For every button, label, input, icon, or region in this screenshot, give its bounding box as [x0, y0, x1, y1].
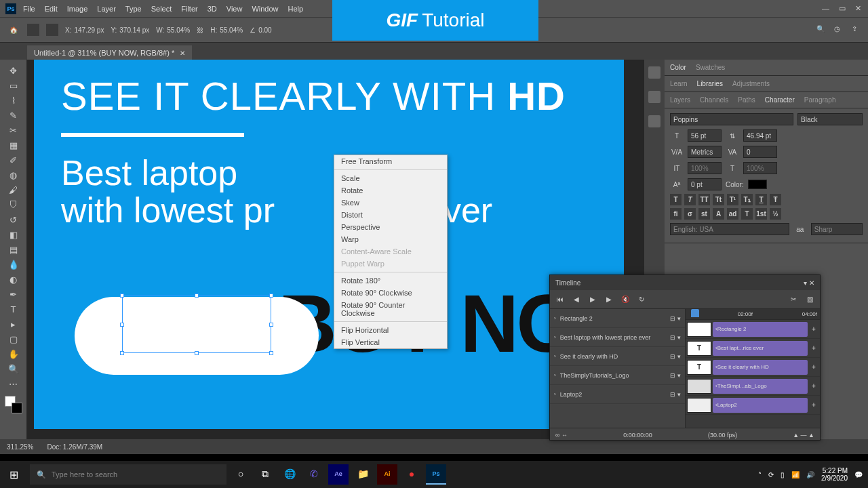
track-see-clearly[interactable]: ›See it clearly with HD⊟ ▾ [550, 347, 685, 366]
stylistic-button[interactable]: ad [727, 208, 738, 220]
mute-icon[interactable]: 🔇 [620, 295, 630, 304]
discretionary-button[interactable]: st [698, 208, 710, 220]
titling-button[interactable]: T [741, 208, 753, 220]
tab-layers[interactable]: Layers [670, 96, 690, 104]
taskbar-search[interactable]: 🔍 Type here to search [30, 464, 226, 485]
add-clip-5[interactable]: + [809, 401, 818, 409]
chrome-icon[interactable]: 🌐 [279, 464, 300, 485]
menu-3d[interactable]: 3D [208, 5, 217, 13]
link-icon[interactable]: ⛓ [197, 26, 203, 34]
fraction-button[interactable]: ½ [770, 208, 781, 220]
type-tool[interactable]: T [5, 302, 22, 317]
add-clip-1[interactable]: + [809, 325, 818, 333]
marquee-tool[interactable]: ▭ [5, 79, 22, 93]
background-color[interactable] [12, 403, 22, 413]
text-color-swatch[interactable] [748, 180, 767, 189]
menu-help[interactable]: Help [288, 5, 304, 13]
history-brush-tool[interactable]: ↺ [5, 213, 22, 227]
photoshop-icon[interactable]: Ps [426, 464, 446, 485]
prev-frame-icon[interactable]: ◀ [572, 295, 581, 304]
ctx-skew[interactable]: Skew [334, 197, 447, 209]
allcaps-button[interactable]: TT [698, 194, 710, 205]
healing-tool[interactable]: ◍ [5, 168, 22, 182]
ctx-rotate-90-ccw[interactable]: Rotate 90° Counter Clockwise [334, 299, 447, 319]
language-dropdown[interactable]: English: USA [670, 223, 789, 235]
leading-input[interactable]: 46.94 pt [743, 129, 777, 142]
document-tab[interactable]: Untitled-1 @ 311% (BUY NOW, RGB/8#) * ✕ [27, 45, 192, 60]
x-value[interactable]: 147.29 px [74, 26, 104, 34]
tray-wifi-icon[interactable]: 📶 [791, 471, 800, 479]
timeline-header[interactable]: Timeline ▾ ✕ [550, 275, 820, 290]
tab-character[interactable]: Character [765, 96, 795, 104]
edit-toolbar-icon[interactable]: ⋯ [5, 377, 22, 391]
dodge-tool[interactable]: ◐ [5, 272, 22, 287]
doc-size-readout[interactable]: Doc: 1.26M/7.39M [47, 443, 102, 451]
next-frame-icon[interactable]: ▶ [604, 295, 614, 304]
clip-logo[interactable]: › TheSimpl...als_Logo [713, 379, 808, 394]
explorer-icon[interactable]: 📁 [353, 464, 373, 485]
w-value[interactable]: 55.04% [167, 26, 190, 34]
tray-sync-icon[interactable]: ⟳ [768, 471, 774, 479]
close-icon[interactable]: ✕ [855, 4, 861, 13]
y-value[interactable]: 370.14 px [119, 26, 149, 34]
font-weight-dropdown[interactable]: Black [797, 113, 863, 125]
ligature-button[interactable]: fi [670, 208, 682, 220]
timeline-ruler[interactable]: 02:00f04:00f [686, 309, 820, 320]
move-tool[interactable]: ✥ [5, 64, 22, 78]
panel-icon-2[interactable] [648, 91, 660, 103]
tab-channels[interactable]: Channels [700, 96, 728, 104]
tab-paths[interactable]: Paths [738, 96, 755, 104]
ctx-free-transform[interactable]: Free Transform [334, 155, 447, 167]
h-value[interactable]: 55.04% [220, 26, 243, 34]
contextual-button[interactable]: σ [684, 208, 696, 220]
menu-image[interactable]: Image [67, 5, 88, 13]
baseline-input[interactable]: 0 pt [688, 178, 722, 190]
tab-adjustments[interactable]: Adjustments [732, 80, 770, 87]
tab-paragraph[interactable]: Paragraph [804, 96, 836, 104]
hscale-input[interactable]: 100% [743, 162, 777, 174]
smallcaps-button[interactable]: Tt [713, 194, 724, 205]
tray-volume-icon[interactable]: 🔊 [806, 471, 814, 479]
zoom-readout[interactable]: 311.25% [7, 443, 33, 451]
illustrator-icon[interactable]: Ai [377, 464, 397, 485]
history-icon[interactable]: ◷ [834, 25, 844, 35]
pen-tool[interactable]: ✒ [5, 287, 22, 302]
gradient-tool[interactable]: ▤ [5, 243, 22, 257]
swash-button[interactable]: A [713, 208, 724, 220]
play-icon[interactable]: ▶ [588, 295, 597, 304]
crop-tool[interactable]: ✂ [5, 123, 22, 138]
timeline-clips-area[interactable]: 02:00f04:00f › Rectangle 2+ T› Best lapt… [686, 309, 820, 428]
font-family-dropdown[interactable]: Poppins [670, 113, 793, 125]
clip-laptop2[interactable]: › Laptop2 [713, 398, 808, 413]
start-button[interactable]: ⊞ [0, 461, 27, 488]
reference-point-grid[interactable] [46, 24, 58, 36]
bold-button[interactable]: T [670, 194, 682, 205]
subscript-button[interactable]: T₁ [741, 194, 753, 205]
recorder-icon[interactable]: ● [401, 464, 422, 485]
ctx-warp[interactable]: Warp [334, 233, 447, 245]
angle-value[interactable]: 0.00 [258, 26, 271, 34]
strike-button[interactable]: Ŧ [770, 194, 781, 205]
menu-file[interactable]: File [23, 5, 35, 13]
antialias-dropdown[interactable]: Sharp [811, 223, 863, 235]
underline-button[interactable]: T [755, 194, 767, 205]
vscale-input[interactable]: 100% [688, 162, 722, 174]
cortana-icon[interactable]: ○ [231, 464, 251, 485]
menu-edit[interactable]: Edit [45, 5, 58, 13]
brush-tool[interactable]: 🖌 [5, 183, 22, 197]
task-view-icon[interactable]: ⧉ [255, 464, 275, 485]
menu-filter[interactable]: Filter [181, 5, 197, 13]
menu-window[interactable]: Window [252, 5, 278, 13]
clip-best-laptop[interactable]: › Best lapt...rice ever [713, 341, 808, 356]
document-canvas[interactable]: SEE IT CLEARLY WITH HD Best laptop with … [34, 60, 624, 429]
stamp-tool[interactable]: ⛉ [5, 198, 22, 212]
panel-icon-1[interactable] [648, 66, 660, 79]
home-icon[interactable]: 🏠 [7, 23, 20, 37]
track-best-laptop[interactable]: ›Best laptop with lowest price ever⊟ ▾ [550, 328, 685, 347]
notifications-icon[interactable]: 💬 [854, 471, 863, 479]
ordinal-button[interactable]: 1st [755, 208, 767, 220]
blur-tool[interactable]: 💧 [5, 258, 22, 272]
first-frame-icon[interactable]: ⏮ [555, 295, 565, 304]
ctx-flip-vertical[interactable]: Flip Vertical [334, 336, 447, 348]
hand-tool[interactable]: ✋ [5, 347, 22, 361]
